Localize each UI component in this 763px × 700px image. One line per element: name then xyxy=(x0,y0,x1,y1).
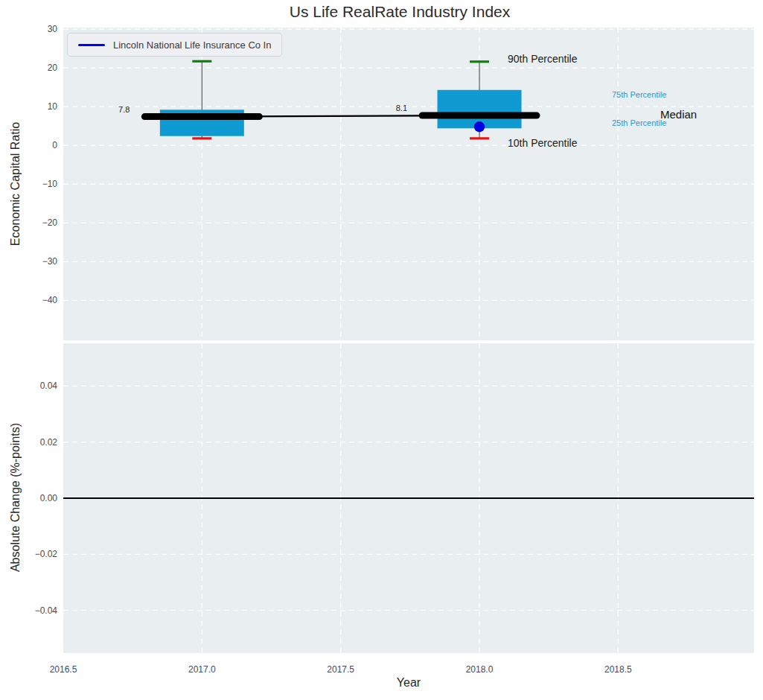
x-tick-label: 2018.0 xyxy=(466,664,494,675)
y-tick-label-top: 30 xyxy=(48,24,58,34)
y-tick-label-bottom: 0.04 xyxy=(40,381,58,391)
y-tick-label-top: 20 xyxy=(48,63,58,73)
label-90th-percentile: 90th Percentile xyxy=(508,53,577,65)
y-axis-label-bottom: Absolute Change (%-points) xyxy=(9,423,22,572)
y-tick-label-bottom: −0.04 xyxy=(35,605,58,616)
y-tick-label-top: 10 xyxy=(48,101,58,112)
chart-canvas: 3020100−10−20−30−400.040.020.00−0.02−0.0… xyxy=(0,0,763,700)
legend-label: Lincoln National Life Insurance Co In xyxy=(113,39,271,51)
label-10th-percentile: 10th Percentile xyxy=(508,137,577,149)
x-tick-label: 2017.5 xyxy=(327,664,354,675)
legend: Lincoln National Life Insurance Co In xyxy=(67,33,282,57)
plot-area-top xyxy=(63,28,754,340)
y-tick-label-bottom: 0.02 xyxy=(40,437,58,448)
label-25th-percentile: 25th Percentile xyxy=(612,118,666,127)
x-axis-label: Year xyxy=(397,676,421,690)
y-tick-label-top: −30 xyxy=(42,256,58,267)
label-75th-percentile: 75th Percentile xyxy=(612,90,666,99)
median-value-annotation-2017: 7.8 xyxy=(118,105,130,114)
x-tick-label: 2017.0 xyxy=(188,664,216,675)
y-tick-label-top: 0 xyxy=(52,140,57,150)
company-data-point xyxy=(474,121,485,132)
y-tick-label-bottom: −0.02 xyxy=(35,549,58,559)
y-tick-label-top: −20 xyxy=(42,217,58,228)
y-tick-label-bottom: 0.00 xyxy=(40,493,58,503)
x-tick-label: 2018.5 xyxy=(604,664,632,675)
page-title: Us Life RealRate Industry Index xyxy=(290,3,510,21)
y-axis-label-top: Economic Capital Ratio xyxy=(9,122,22,246)
x-tick-label: 2016.5 xyxy=(50,664,77,675)
y-tick-label-top: −10 xyxy=(42,179,58,189)
legend-line-swatch xyxy=(78,44,105,46)
median-value-annotation-2018: 8.1 xyxy=(396,104,407,112)
y-tick-label-top: −40 xyxy=(42,295,58,305)
figure: 3020100−10−20−30−400.040.020.00−0.02−0.0… xyxy=(0,0,763,700)
